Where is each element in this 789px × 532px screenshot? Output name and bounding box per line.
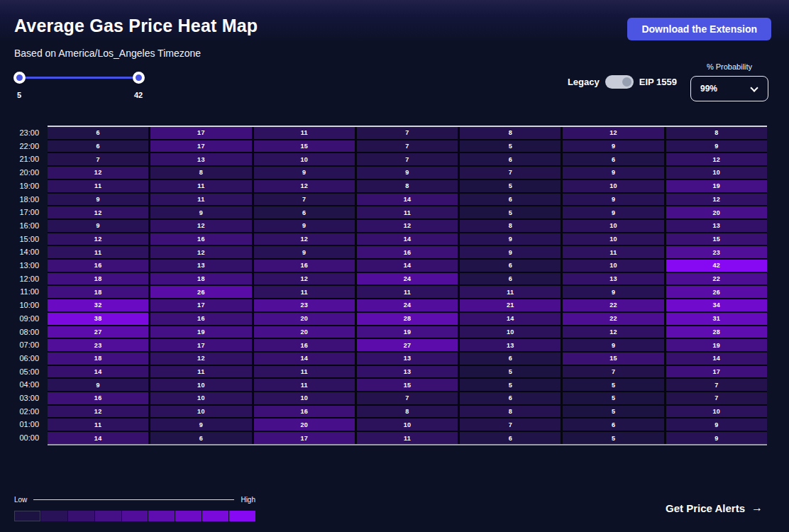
heatmap-cell: 7 [357, 153, 458, 165]
heatmap-cell: 22 [563, 313, 663, 325]
heatmap-cell: 14 [666, 353, 767, 365]
heatmap-cell: 10 [357, 419, 458, 431]
heatmap-cell: 14 [48, 432, 148, 444]
probability-selected-value: 99% [700, 84, 717, 94]
heatmap-cell: 13 [357, 353, 458, 365]
heatmap-cell: 9 [150, 419, 251, 431]
heatmap-cell: 18 [150, 273, 251, 285]
heatmap-cell: 18 [48, 273, 148, 285]
heatmap-cell: 13 [563, 273, 663, 285]
heatmap-cell: 8 [460, 220, 561, 232]
heatmap-cell: 12 [254, 273, 355, 285]
heatmap-cell: 11 [254, 286, 355, 298]
alerts-link-text: Get Price Alerts [666, 502, 745, 514]
heatmap-cell: 9 [150, 206, 251, 218]
slider-track[interactable] [19, 77, 138, 79]
heatmap-cell: 16 [254, 260, 355, 272]
heatmap-cell: 11 [254, 127, 355, 139]
hour-label: 20:00 [0, 167, 39, 180]
slider-min-value: 5 [17, 91, 21, 99]
heatmap-cell: 20 [254, 419, 355, 431]
page-title: Average Gas Price Heat Map [14, 16, 258, 36]
heatmap-cell: 9 [563, 286, 663, 298]
heatmap-cell: 6 [460, 432, 561, 444]
heatmap-cell: 7 [357, 392, 458, 404]
heatmap-cell: 15 [357, 379, 458, 391]
heatmap-cell: 15 [666, 233, 767, 245]
legend-line [33, 499, 234, 500]
slider-max-handle[interactable] [133, 72, 145, 84]
heatmap-cell: 12 [48, 233, 148, 245]
heatmap-cell: 11 [357, 432, 458, 444]
heatmap-cell: 12 [666, 194, 767, 206]
heatmap-cell: 11 [48, 419, 148, 431]
heatmap-cell: 9 [563, 140, 663, 153]
arrow-right-icon: → [751, 501, 763, 514]
get-price-alerts-link[interactable]: Get Price Alerts → [666, 501, 763, 514]
heatmap-cell: 34 [666, 299, 767, 311]
hour-label: 03:00 [0, 392, 39, 406]
heatmap-cell: 5 [563, 432, 663, 444]
hour-label: 21:00 [0, 153, 39, 167]
hour-label: 06:00 [0, 353, 39, 366]
heatmap-cell: 26 [150, 286, 251, 298]
heatmap-cell: 12 [666, 153, 767, 165]
hour-label: 19:00 [0, 180, 39, 194]
heatmap-cell: 11 [48, 246, 148, 258]
timezone-subtitle: Based on America/Los_Angeles Timezone [14, 48, 201, 59]
heatmap-cell: 20 [254, 326, 355, 338]
probability-dropdown[interactable]: 99% [690, 76, 768, 101]
heatmap-grid: 6171178128617157599713107661212899791011… [48, 127, 767, 444]
legend-swatches [14, 511, 255, 521]
heatmap-cell: 16 [48, 260, 148, 272]
heatmap-cell: 5 [460, 379, 561, 391]
heatmap-cell: 6 [460, 273, 561, 285]
heatmap-cell: 5 [460, 180, 561, 192]
hour-label: 04:00 [0, 379, 39, 392]
heatmap-cell: 15 [563, 353, 663, 365]
heatmap-cell: 23 [666, 246, 767, 258]
heatmap-cell: 10 [460, 326, 561, 338]
heatmap-cell: 5 [460, 140, 561, 153]
heatmap-cell: 10 [254, 392, 355, 404]
heatmap-cell: 14 [357, 260, 458, 272]
hour-label: 22:00 [0, 140, 39, 154]
heatmap-cell: 9 [48, 194, 148, 206]
heatmap-cell: 16 [150, 313, 251, 325]
heatmap-cell: 11 [460, 286, 561, 298]
hour-label: 05:00 [0, 366, 39, 379]
heatmap-cell: 9 [666, 140, 767, 153]
legacy-eip1559-toggle[interactable] [605, 75, 634, 89]
heatmap-cell: 28 [357, 313, 458, 325]
heatmap-cell: 24 [357, 299, 458, 311]
heatmap-cell: 19 [150, 326, 251, 338]
heatmap-cell: 12 [150, 353, 251, 365]
gas-price-range-slider[interactable]: 5 42 [8, 71, 150, 102]
heatmap-cell: 7 [357, 127, 458, 139]
heatmap-cell: 6 [460, 260, 561, 272]
hour-label: 14:00 [0, 246, 39, 260]
download-extension-button[interactable]: Download the Extension [627, 18, 771, 40]
hour-label: 13:00 [0, 260, 39, 273]
color-legend: Low High [14, 496, 255, 521]
heatmap-cell: 16 [357, 246, 458, 258]
heatmap-cell: 10 [563, 260, 663, 272]
heatmap-cell: 7 [666, 379, 767, 391]
heatmap-cell: 7 [48, 153, 148, 165]
heatmap-cell: 7 [357, 140, 458, 153]
hour-label: 10:00 [0, 299, 39, 313]
heatmap-cell: 9 [563, 167, 663, 179]
hour-label: 08:00 [0, 326, 39, 340]
slider-min-handle[interactable] [13, 72, 26, 84]
heatmap-cell: 11 [150, 180, 251, 192]
heatmap-cell: 21 [460, 299, 561, 311]
heatmap-cell: 17 [150, 299, 251, 311]
heatmap-cell: 7 [460, 167, 561, 179]
heatmap-cell: 10 [150, 406, 251, 418]
heatmap-cell: 12 [48, 167, 148, 179]
heatmap-cell: 13 [460, 339, 561, 351]
heatmap-cell: 5 [563, 379, 663, 391]
heatmap-cell: 6 [563, 419, 663, 431]
heatmap-cell: 11 [254, 366, 355, 378]
heatmap-cell: 8 [357, 180, 458, 192]
